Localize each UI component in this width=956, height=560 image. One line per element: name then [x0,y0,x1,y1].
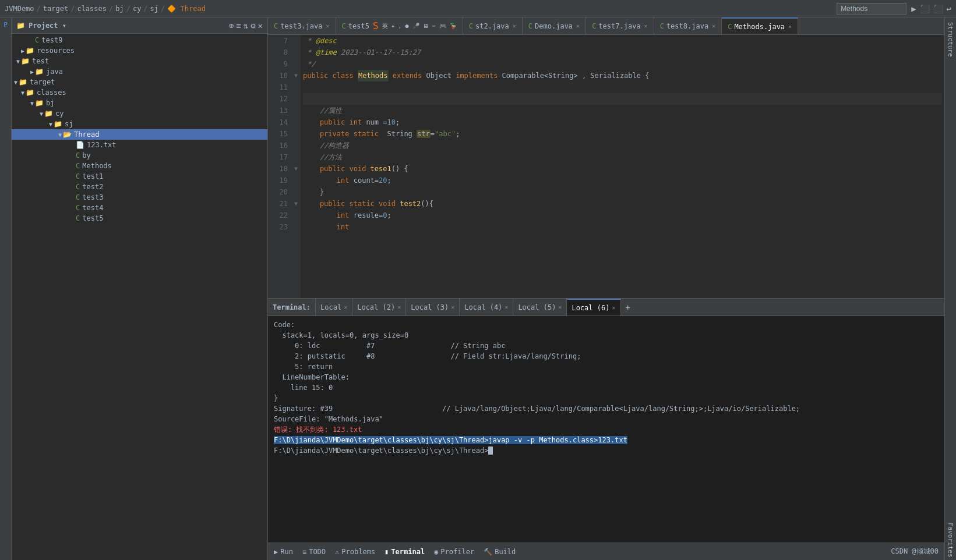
terminal-tab-local4-label: Local (4) [464,303,502,311]
close-panel-icon[interactable]: ✕ [258,21,263,30]
run-icon[interactable]: ▶ [911,4,916,13]
terminal-line-signature: Signature: #39 // Ljava/lang/Object;Ljav… [274,403,939,414]
toolbar-icons-group: 英 ✦ , ● 🎤 🖥 ✂ 🎮 🦆 [382,22,457,30]
terminal-line-sourcefile: SourceFile: "Methods.java" [274,414,939,424]
tree-item-test1[interactable]: C test1 [12,171,267,182]
chevron-icon: ▼ [49,121,52,127]
folder-icon: 📁 [35,68,44,76]
tree-item-sj[interactable]: ▼ 📁 sj [12,119,267,129]
terminal-tab-local4[interactable]: Local (4) ✕ [460,299,513,316]
bottom-problems[interactable]: ⚠ Problems [335,548,375,556]
terminal-content[interactable]: Code: stack=1, locals=0, args_size=0 0: … [268,316,944,543]
fold-7 [291,35,301,47]
breadcrumb-sj[interactable]: sj [150,5,158,13]
search-input[interactable] [837,3,906,15]
breadcrumb-target[interactable]: target [43,5,68,13]
terminal-tab-local2-close[interactable]: ✕ [397,304,401,310]
java-icon: C [76,162,80,170]
breadcrumb-jvmdemo[interactable]: JVMDemo [5,5,34,13]
fold-21[interactable]: ▼ [291,198,301,210]
terminal-tab-local[interactable]: Local ✕ [316,299,352,316]
settings-icon[interactable]: ⚙ [251,21,255,30]
breadcrumb-cy[interactable]: cy [133,5,141,13]
fold-10[interactable]: ▼ [291,70,301,81]
tree-item-cy[interactable]: ▼ 📁 cy [12,108,267,119]
terminal-line-error: 错误: 找不到类: 123.txt [274,424,939,435]
terminal-tab-local-close[interactable]: ✕ [344,304,347,310]
locate-icon[interactable]: ⊕ [229,21,234,30]
back-icon[interactable]: ↩ [947,4,951,13]
tab-close-test3[interactable]: ✕ [326,23,329,29]
project-icon[interactable]: P [2,20,9,30]
project-dropdown-icon: 📁 [16,22,25,30]
tab-demo[interactable]: C Demo.java ✕ [523,17,586,34]
code-line-17: //方法 [303,151,942,163]
tree-item-thread[interactable]: ▼ 📂 Thread [12,129,267,140]
project-panel: 📁 Project ▾ ⊕ ≡ ⇅ ⚙ ✕ C test9 ▶ 📁 r [12,17,268,560]
fold-18[interactable]: ▼ [291,163,301,175]
tree-item-test9[interactable]: C test9 [12,35,267,45]
tab-test5[interactable]: C test5 S 英 ✦ , ● 🎤 🖥 ✂ 🎮 🦆 [336,17,463,34]
tree-item-by[interactable]: C by [12,150,267,161]
terminal-tab-local6-close[interactable]: ✕ [612,304,615,311]
tab-test8[interactable]: C test8.java ✕ [654,17,722,34]
profile-icon[interactable]: ⬛ [933,4,943,13]
tree-item-methods[interactable]: C Methods [12,161,267,171]
tree-item-resources[interactable]: ▶ 📁 resources [12,45,267,56]
bottom-terminal[interactable]: ▮ Terminal [384,548,425,556]
structure-label[interactable]: Structure [946,20,955,59]
tree-label-sj: sj [65,120,73,128]
chevron-icon: ▼ [40,111,43,117]
code-fold-gutter: ▼ ▼ ▼ [291,35,301,298]
tab-test3[interactable]: C test3.java ✕ [268,17,336,34]
breadcrumb-classes[interactable]: classes [77,5,107,13]
bottom-build[interactable]: 🔨 Build [484,548,516,556]
tree-item-java[interactable]: ▶ 📁 java [12,66,267,77]
code-line-8: * @time 2023--01--17--15:27 [303,47,942,58]
sort-icon[interactable]: ⇅ [244,21,248,30]
tree-label-cy: cy [55,109,64,118]
terminal-tab-local3[interactable]: Local (3) ✕ [406,299,460,316]
tab-close-test8[interactable]: ✕ [712,23,715,29]
bottom-run[interactable]: ▶ Run [274,548,293,556]
tree-item-test2[interactable]: C test2 [12,182,267,192]
debug-icon[interactable]: ⬛ [920,4,930,13]
terminal-tab-local5[interactable]: Local (5) ✕ [513,299,567,316]
tab-methods[interactable]: C Methods.java ✕ [722,17,798,34]
top-right-toolbar: ▶ ⬛ ⬛ ↩ [837,3,951,15]
terminal-tab-local3-close[interactable]: ✕ [451,304,454,310]
tree-item-target[interactable]: ▼ 📁 target [12,77,267,87]
folder-icon: 📁 [44,109,53,118]
tab-test7[interactable]: C test7.java ✕ [586,17,654,34]
terminal-tab-local2[interactable]: Local (2) ✕ [352,299,406,316]
terminal-line-7: line 15: 0 [274,382,939,393]
java-icon: C [76,183,80,191]
bottom-todo[interactable]: ≡ TODO [302,548,326,556]
bottom-profiler[interactable]: ◉ Profiler [434,548,474,556]
tree-item-bj[interactable]: ▼ 📁 bj [12,98,267,108]
terminal-tab-local5-close[interactable]: ✕ [558,304,562,310]
code-content[interactable]: * @desc * @time 2023--01--17--15:27 */ p… [301,35,944,298]
tab-close-test7[interactable]: ✕ [644,23,648,29]
tree-label-methods: Methods [82,162,112,170]
terminal-tab-add[interactable]: + [621,299,635,316]
tree-item-test4[interactable]: C test4 [12,203,267,213]
terminal-tab-local4-close[interactable]: ✕ [505,304,508,310]
tree-item-test3[interactable]: C test3 [12,192,267,203]
project-header: 📁 Project ▾ ⊕ ≡ ⇅ ⚙ ✕ [12,17,267,34]
breadcrumb-thread[interactable]: 🔶 Thread [167,5,206,13]
tree-item-test5[interactable]: C test5 [12,213,267,224]
tree-item-classes[interactable]: ▼ 📁 classes [12,87,267,98]
chevron-icon: ▼ [30,100,34,107]
code-editor[interactable]: 7 8 9 10 11 12 13 14 15 16 17 18 19 20 2… [268,35,944,298]
tab-st2[interactable]: C st2.java ✕ [463,17,523,34]
tree-item-test[interactable]: ▼ 📁 test [12,56,267,66]
terminal-tab-local6[interactable]: Local (6) ✕ [567,299,620,316]
favorites-label[interactable]: Favorites [946,520,955,560]
tab-close-methods[interactable]: ✕ [788,23,792,30]
tree-item-123txt[interactable]: 📄 123.txt [12,140,267,150]
tab-close-st2[interactable]: ✕ [513,23,516,29]
collapse-icon[interactable]: ≡ [236,21,241,30]
tab-close-demo[interactable]: ✕ [576,23,580,29]
breadcrumb-bj[interactable]: bj [115,5,124,13]
